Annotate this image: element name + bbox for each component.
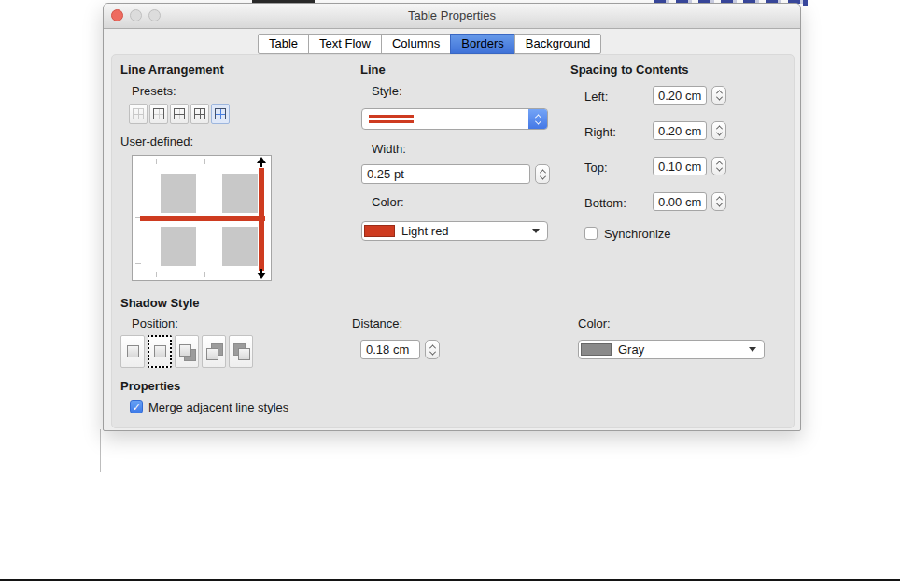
preset-outer-inner-button[interactable] [190,104,209,124]
width-stepper[interactable] [535,164,550,184]
preview-cell [161,227,196,266]
preset-outer-border-button[interactable] [149,104,168,124]
shadow-color-value: Gray [618,343,749,357]
preview-cell [161,174,196,213]
check-icon: ✓ [132,401,140,413]
screen: Table Properties Table Text Flow Columns… [0,0,900,588]
position-label: Position: [132,316,178,330]
guide-tick [156,159,157,164]
guide-tick [204,159,205,164]
dropdown-arrow-icon [532,229,540,233]
no-borders-icon [133,108,144,119]
shadow-bottom-right-button[interactable] [148,335,172,368]
document-page-edge [100,429,101,472]
line-color-dropdown[interactable]: Light red [361,221,548,241]
style-label: Style: [372,84,402,98]
outer-inner-selected-icon [215,108,226,119]
spacing-top-stepper[interactable] [711,157,726,175]
outer-border-icon [153,108,164,119]
user-defined-border-preview[interactable] [132,155,272,281]
tab-background[interactable]: Background [514,34,601,54]
merge-label: Merge adjacent line styles [148,400,288,414]
shadow-cast-top-right-icon [206,348,218,360]
guide-tick [204,272,205,277]
bottom-edge-arrow-icon [257,269,266,279]
line-style-combobox[interactable] [361,108,548,130]
vertical-border-line [259,168,264,271]
tab-bar: Table Text Flow Columns Borders Backgrou… [258,34,601,54]
titlebar: Table Properties [104,4,800,29]
spacing-right-label: Right: [584,123,616,142]
light-red-swatch [364,225,395,237]
style-stepper[interactable] [528,109,547,129]
page-bottom-border [0,579,900,581]
outer-horizontal-lines-icon [174,108,185,119]
outer-all-inner-lines-icon [194,108,205,119]
distance-stepper[interactable] [425,340,440,359]
top-edge-arrow-icon [257,157,266,167]
tab-borders[interactable]: Borders [450,34,515,54]
shadow-cast-bottom-right-icon [179,344,191,357]
line-color-value: Light red [401,224,532,238]
spacing-header: Spacing to Contents [570,63,688,77]
guide-tick [156,272,157,277]
background-toolbar-fragment-end [803,0,808,6]
window-title: Table Properties [104,4,800,28]
border-presets [129,104,230,124]
preset-outer-horizontal-button[interactable] [170,104,189,124]
spacing-right-stepper[interactable] [711,121,726,140]
tab-table[interactable]: Table [258,34,309,54]
distance-input[interactable]: 0.18 cm [360,340,420,359]
spacing-top-input[interactable]: 0.10 cm [653,157,707,175]
spacing-bottom-label: Bottom: [584,194,626,213]
spacing-left-label: Left: [584,88,608,106]
synchronize-checkbox[interactable] [584,227,598,240]
shadow-bottom-right-icon [154,345,166,357]
shadow-bottom-right-alt-button[interactable] [175,335,199,368]
shadow-color-label: Color: [578,316,611,330]
width-label: Width: [372,142,406,156]
spacing-bottom-input[interactable]: 0.00 cm [653,192,707,211]
width-input[interactable]: 0.25 pt [361,164,530,184]
shadow-top-left-button[interactable] [229,335,253,368]
spacing-top-label: Top: [584,159,608,177]
shadow-cast-top-left-icon [238,348,250,360]
shadow-style-header: Shadow Style [120,296,200,310]
shadow-top-right-button[interactable] [202,335,226,368]
guide-tick [135,175,141,175]
no-shadow-icon [127,345,139,357]
line-header: Line [360,63,386,77]
spacing-bottom-stepper[interactable] [711,192,726,211]
preset-no-borders-button[interactable] [129,104,148,124]
tab-columns[interactable]: Columns [381,34,451,54]
preview-cell [222,174,258,213]
distance-label: Distance: [352,316,402,330]
tab-text-flow[interactable]: Text Flow [308,34,382,54]
spacing-right-input[interactable]: 0.20 cm [653,121,707,140]
preset-outer-inner-selected-button[interactable] [211,104,230,124]
dropdown-arrow-icon [749,347,756,352]
line-color-label: Color: [372,195,404,209]
spacing-left-stepper[interactable] [711,86,726,105]
shadow-color-dropdown[interactable]: Gray [578,340,765,359]
preview-cell [222,227,258,266]
horizontal-border-line [140,216,265,221]
spacing-left-input[interactable]: 0.20 cm [653,86,707,105]
guide-tick [135,263,141,264]
merge-checkbox[interactable]: ✓ [130,400,143,413]
synchronize-label: Synchronize [604,227,671,241]
double-red-line-sample [369,115,414,123]
shadow-none-button[interactable] [120,335,145,368]
gray-swatch [581,343,612,356]
table-properties-dialog: Table Properties Table Text Flow Columns… [103,3,801,431]
shadow-position-buttons [120,335,253,368]
user-defined-label: User-defined: [120,134,193,148]
presets-label: Presets: [132,84,176,98]
properties-header: Properties [120,379,180,393]
line-arrangement-header: Line Arrangement [120,63,224,77]
